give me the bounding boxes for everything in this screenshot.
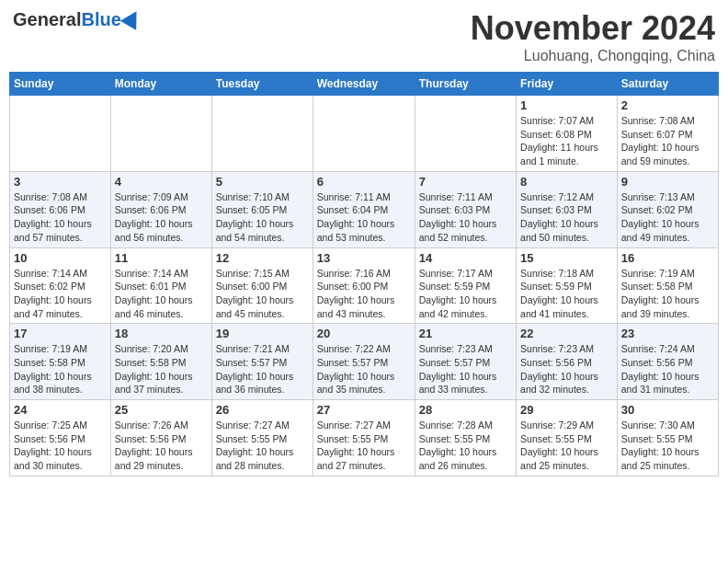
day-number: 6: [317, 175, 411, 189]
weekday-header-row: SundayMondayTuesdayWednesdayThursdayFrid…: [10, 73, 719, 96]
calendar-cell: 12Sunrise: 7:15 AM Sunset: 6:00 PM Dayli…: [211, 247, 313, 324]
calendar-cell: 17Sunrise: 7:19 AM Sunset: 5:58 PM Dayli…: [10, 324, 111, 400]
day-number: 10: [14, 251, 107, 265]
day-info: Sunrise: 7:19 AM Sunset: 5:58 PM Dayligh…: [621, 267, 714, 321]
day-info: Sunrise: 7:07 AM Sunset: 6:08 PM Dayligh…: [520, 114, 613, 168]
calendar-cell: 19Sunrise: 7:21 AM Sunset: 5:57 PM Dayli…: [211, 324, 313, 400]
weekday-header-sunday: Sunday: [10, 73, 111, 96]
day-info: Sunrise: 7:15 AM Sunset: 6:00 PM Dayligh…: [216, 267, 309, 321]
day-number: 1: [520, 98, 613, 112]
day-number: 22: [520, 327, 613, 340]
month-title: November 2024: [471, 9, 715, 48]
calendar-cell: 30Sunrise: 7:30 AM Sunset: 5:55 PM Dayli…: [617, 400, 718, 477]
day-number: 16: [621, 251, 714, 265]
day-info: Sunrise: 7:19 AM Sunset: 5:58 PM Dayligh…: [14, 342, 107, 396]
day-info: Sunrise: 7:21 AM Sunset: 5:57 PM Dayligh…: [216, 342, 309, 396]
day-info: Sunrise: 7:11 AM Sunset: 6:03 PM Dayligh…: [419, 190, 512, 245]
location: Luohuang, Chongqing, China: [471, 48, 715, 64]
weekday-header-thursday: Thursday: [415, 73, 516, 96]
day-number: 8: [520, 175, 613, 189]
weekday-header-friday: Friday: [517, 73, 618, 96]
calendar-cell: 14Sunrise: 7:17 AM Sunset: 5:59 PM Dayli…: [415, 247, 516, 324]
logo: General Blue: [13, 9, 142, 30]
calendar-cell: 9Sunrise: 7:13 AM Sunset: 6:02 PM Daylig…: [617, 171, 718, 247]
weekday-header-wednesday: Wednesday: [313, 73, 415, 96]
calendar-cell: 22Sunrise: 7:23 AM Sunset: 5:56 PM Dayli…: [517, 324, 618, 400]
day-info: Sunrise: 7:10 AM Sunset: 6:05 PM Dayligh…: [216, 190, 309, 245]
page-header: General Blue November 2024 Luohuang, Cho…: [9, 9, 719, 64]
day-number: 17: [14, 327, 107, 340]
calendar-cell: [415, 96, 516, 172]
calendar-cell: 21Sunrise: 7:23 AM Sunset: 5:57 PM Dayli…: [415, 324, 516, 400]
day-number: 29: [520, 403, 613, 417]
day-info: Sunrise: 7:27 AM Sunset: 5:55 PM Dayligh…: [216, 419, 309, 473]
day-number: 20: [317, 327, 411, 340]
day-number: 7: [419, 175, 512, 189]
weekday-header-tuesday: Tuesday: [211, 73, 313, 96]
day-info: Sunrise: 7:22 AM Sunset: 5:57 PM Dayligh…: [317, 342, 411, 396]
day-number: 12: [216, 251, 309, 265]
logo-general: General: [13, 9, 81, 30]
day-number: 13: [317, 251, 411, 265]
calendar-week-row: 3Sunrise: 7:08 AM Sunset: 6:06 PM Daylig…: [10, 171, 719, 247]
calendar-cell: 23Sunrise: 7:24 AM Sunset: 5:56 PM Dayli…: [617, 324, 718, 400]
day-number: 21: [419, 327, 512, 340]
day-info: Sunrise: 7:26 AM Sunset: 5:56 PM Dayligh…: [115, 419, 208, 473]
day-info: Sunrise: 7:24 AM Sunset: 5:56 PM Dayligh…: [621, 342, 714, 396]
day-number: 14: [419, 251, 512, 265]
calendar-cell: [10, 96, 111, 172]
title-area: November 2024 Luohuang, Chongqing, China: [471, 9, 715, 64]
calendar-cell: 2Sunrise: 7:08 AM Sunset: 6:07 PM Daylig…: [617, 96, 718, 172]
day-number: 9: [621, 175, 714, 189]
calendar-cell: 16Sunrise: 7:19 AM Sunset: 5:58 PM Dayli…: [617, 247, 718, 324]
day-info: Sunrise: 7:18 AM Sunset: 5:59 PM Dayligh…: [520, 267, 613, 321]
calendar-cell: 25Sunrise: 7:26 AM Sunset: 5:56 PM Dayli…: [110, 400, 211, 477]
day-info: Sunrise: 7:25 AM Sunset: 5:56 PM Dayligh…: [14, 419, 107, 473]
weekday-header-monday: Monday: [110, 73, 211, 96]
calendar-cell: 13Sunrise: 7:16 AM Sunset: 6:00 PM Dayli…: [313, 247, 415, 324]
day-info: Sunrise: 7:30 AM Sunset: 5:55 PM Dayligh…: [621, 419, 714, 473]
calendar-cell: 7Sunrise: 7:11 AM Sunset: 6:03 PM Daylig…: [415, 171, 516, 247]
day-info: Sunrise: 7:20 AM Sunset: 5:58 PM Dayligh…: [115, 342, 208, 396]
day-number: 25: [115, 403, 208, 417]
day-number: 30: [621, 403, 714, 417]
calendar-cell: [211, 96, 313, 172]
day-number: 23: [621, 327, 714, 340]
calendar-cell: 3Sunrise: 7:08 AM Sunset: 6:06 PM Daylig…: [10, 171, 111, 247]
day-info: Sunrise: 7:17 AM Sunset: 5:59 PM Dayligh…: [419, 267, 512, 321]
day-number: 27: [317, 403, 411, 417]
day-info: Sunrise: 7:13 AM Sunset: 6:02 PM Dayligh…: [621, 190, 714, 245]
day-number: 26: [216, 403, 309, 417]
calendar-week-row: 17Sunrise: 7:19 AM Sunset: 5:58 PM Dayli…: [10, 324, 719, 400]
day-info: Sunrise: 7:29 AM Sunset: 5:55 PM Dayligh…: [520, 419, 613, 473]
day-info: Sunrise: 7:09 AM Sunset: 6:06 PM Dayligh…: [115, 190, 208, 245]
calendar-cell: 26Sunrise: 7:27 AM Sunset: 5:55 PM Dayli…: [211, 400, 313, 477]
day-info: Sunrise: 7:08 AM Sunset: 6:06 PM Dayligh…: [14, 190, 107, 245]
calendar-cell: [110, 96, 211, 172]
day-info: Sunrise: 7:14 AM Sunset: 6:02 PM Dayligh…: [14, 267, 107, 321]
calendar-cell: 10Sunrise: 7:14 AM Sunset: 6:02 PM Dayli…: [10, 247, 111, 324]
calendar-cell: 29Sunrise: 7:29 AM Sunset: 5:55 PM Dayli…: [517, 400, 618, 477]
day-info: Sunrise: 7:27 AM Sunset: 5:55 PM Dayligh…: [317, 419, 411, 473]
day-number: 4: [115, 175, 208, 189]
calendar-cell: 11Sunrise: 7:14 AM Sunset: 6:01 PM Dayli…: [110, 247, 211, 324]
calendar-cell: 18Sunrise: 7:20 AM Sunset: 5:58 PM Dayli…: [110, 324, 211, 400]
calendar-cell: 8Sunrise: 7:12 AM Sunset: 6:03 PM Daylig…: [517, 171, 618, 247]
day-info: Sunrise: 7:16 AM Sunset: 6:00 PM Dayligh…: [317, 267, 411, 321]
calendar-week-row: 1Sunrise: 7:07 AM Sunset: 6:08 PM Daylig…: [10, 96, 719, 172]
calendar-cell: 15Sunrise: 7:18 AM Sunset: 5:59 PM Dayli…: [517, 247, 618, 324]
calendar-cell: [313, 96, 415, 172]
day-info: Sunrise: 7:12 AM Sunset: 6:03 PM Dayligh…: [520, 190, 613, 245]
calendar-table: SundayMondayTuesdayWednesdayThursdayFrid…: [9, 72, 719, 477]
weekday-header-saturday: Saturday: [617, 73, 718, 96]
day-number: 28: [419, 403, 512, 417]
day-info: Sunrise: 7:08 AM Sunset: 6:07 PM Dayligh…: [621, 114, 714, 168]
day-number: 2: [621, 98, 714, 112]
calendar-cell: 4Sunrise: 7:09 AM Sunset: 6:06 PM Daylig…: [110, 171, 211, 247]
logo-triangle-icon: [120, 6, 144, 30]
logo-blue: Blue: [81, 9, 120, 30]
day-number: 24: [14, 403, 107, 417]
day-number: 15: [520, 251, 613, 265]
calendar-week-row: 24Sunrise: 7:25 AM Sunset: 5:56 PM Dayli…: [10, 400, 719, 477]
calendar-cell: 27Sunrise: 7:27 AM Sunset: 5:55 PM Dayli…: [313, 400, 415, 477]
